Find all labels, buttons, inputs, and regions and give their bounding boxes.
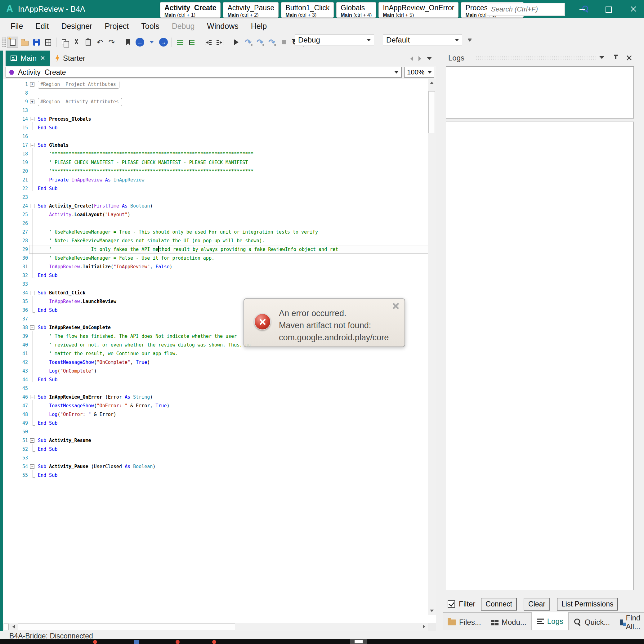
scroll-right-icon[interactable] (420, 623, 428, 631)
step-out-icon[interactable] (266, 37, 277, 48)
clear-button[interactable]: Clear (524, 598, 550, 610)
cut-icon[interactable] (71, 37, 82, 48)
menu-windows[interactable]: Windows (201, 22, 244, 31)
current-line-highlight: ' It only fakes the API method result by… (29, 245, 428, 254)
horizontal-scrollbar[interactable] (3, 623, 428, 631)
close-tab-icon[interactable] (40, 56, 45, 60)
play-icon[interactable] (231, 37, 242, 48)
dropdown-icon[interactable] (146, 37, 157, 48)
fold-toggle-icon[interactable]: − (30, 395, 34, 399)
copy-icon[interactable] (59, 37, 70, 48)
scroll-tabs-right-icon[interactable] (418, 56, 421, 61)
quick-tab-inappreview_onerror[interactable]: InAppReview_OnErrorMain (ctrl + 5) (378, 2, 458, 18)
search-box[interactable] (487, 3, 565, 16)
forward-icon[interactable] (158, 37, 169, 48)
taskbar-app-icon[interactable] (176, 640, 180, 644)
toolbar-grip[interactable] (2, 38, 6, 47)
scroll-left-icon[interactable] (10, 623, 18, 631)
back-icon[interactable] (134, 37, 145, 48)
popup-close-icon[interactable] (392, 302, 400, 310)
taskbar-active-app[interactable] (350, 639, 367, 644)
paste-icon[interactable] (83, 37, 94, 48)
fold-toggle-icon[interactable]: − (30, 291, 34, 295)
taskbar-app-icon[interactable] (93, 640, 97, 644)
filter-checkbox[interactable] (448, 600, 455, 608)
collapsed-region[interactable]: #Region Activity Attributes (38, 98, 122, 106)
search-input[interactable] (487, 3, 582, 15)
fold-toggle-icon[interactable]: − (30, 143, 34, 147)
undo-icon[interactable] (94, 37, 105, 48)
fold-toggle-icon[interactable]: − (30, 117, 34, 121)
open-icon[interactable] (19, 37, 30, 48)
quick-tab-activity_pause[interactable]: Activity_PauseMain (ctrl + 2) (223, 2, 279, 18)
code-line: 44End Sub (3, 375, 428, 384)
package-icon[interactable] (42, 37, 54, 48)
build-profile-combo[interactable]: Default (383, 34, 462, 46)
toolbar-options-icon[interactable] (468, 38, 472, 42)
code-area[interactable]: 1+#Region Project Attributes89+#Region A… (3, 79, 428, 623)
new-file-icon[interactable] (7, 37, 18, 48)
panel-tab-quick[interactable]: Quick... (569, 614, 615, 630)
step-into-glyph (245, 38, 252, 46)
form-icon (11, 56, 17, 61)
panel-tab-logs[interactable]: Logs (531, 612, 569, 630)
panel-tab-files[interactable]: Files... (443, 614, 486, 630)
close-button[interactable] (623, 0, 644, 18)
pin-icon[interactable] (614, 54, 618, 61)
save-icon[interactable] (31, 37, 42, 48)
tab-list-dropdown-icon[interactable] (427, 57, 432, 60)
editor-zoom-combo[interactable]: 100% (404, 67, 434, 78)
scroll-up-icon[interactable] (428, 79, 436, 87)
vertical-scrollbar[interactable] (428, 79, 436, 615)
list-2-icon[interactable] (186, 37, 197, 48)
fold-toggle-icon[interactable]: + (30, 100, 34, 104)
quick-tab-title: Activity_Create (164, 4, 216, 12)
close-panel-icon[interactable] (626, 55, 632, 61)
step-into-icon[interactable] (243, 37, 254, 48)
line-number: 20 (3, 167, 29, 176)
indent-right-icon[interactable] (214, 37, 226, 48)
fold-toggle-icon[interactable]: + (30, 82, 34, 87)
panel-menu-icon[interactable] (599, 56, 604, 59)
menu-tools[interactable]: Tools (135, 22, 165, 31)
logs-output-box[interactable] (446, 122, 634, 590)
function-selector-combo[interactable]: Activity_Create (6, 67, 402, 78)
list-permissions-button[interactable]: List Permissions (557, 598, 618, 610)
list-1-icon[interactable] (174, 37, 186, 48)
menu-designer[interactable]: Designer (55, 22, 98, 31)
build-configuration-combo[interactable]: Debug (295, 34, 374, 46)
fold-toggle-icon[interactable]: − (30, 464, 34, 469)
vertical-scrollbar-thumb[interactable] (428, 91, 435, 133)
stop-icon[interactable] (278, 37, 289, 48)
menu-edit[interactable]: Edit (29, 22, 55, 31)
connect-button[interactable]: Connect (481, 598, 517, 610)
maximize-button[interactable] (597, 0, 619, 18)
menu-debug[interactable]: Debug (166, 22, 201, 31)
menu-help[interactable]: Help (245, 22, 273, 31)
menu-file[interactable]: File (4, 22, 29, 31)
collapsed-region[interactable]: #Region Project Attributes (38, 81, 119, 89)
panel-tab-find all[interactable]: Find All... (615, 614, 644, 630)
quick-tab-globals[interactable]: GlobalsMain (ctrl + 4) (336, 2, 376, 18)
fold-toggle-icon[interactable]: − (30, 204, 34, 208)
minimize-button[interactable] (571, 0, 593, 18)
panel-tab-modu[interactable]: Modu... (486, 614, 531, 630)
fold-toggle-icon[interactable]: − (30, 438, 34, 443)
logs-filter-box[interactable] (446, 66, 634, 119)
tab-starter[interactable]: Starter (49, 51, 91, 66)
indent-left-icon[interactable] (203, 37, 214, 48)
bookmark-icon[interactable] (123, 37, 134, 48)
redo-icon[interactable] (106, 37, 117, 48)
taskbar-app-icon[interactable] (212, 640, 216, 644)
step-over-icon[interactable] (254, 37, 266, 48)
scroll-down-icon[interactable] (428, 607, 436, 615)
tab-main[interactable]: Main (6, 51, 50, 66)
taskbar-app-icon[interactable] (134, 640, 139, 644)
scroll-tabs-left-icon[interactable] (410, 56, 413, 61)
fold-toggle-icon[interactable]: − (30, 325, 34, 330)
scrollbar-grip[interactable] (4, 624, 9, 630)
quick-tab-activity_create[interactable]: Activity_CreateMain (ctrl + 1) (160, 2, 221, 18)
horizontal-scrollbar-thumb[interactable] (18, 624, 235, 630)
menu-project[interactable]: Project (98, 22, 135, 31)
quick-tab-button1_click[interactable]: Button1_ClickMain (ctrl + 3) (281, 2, 334, 18)
